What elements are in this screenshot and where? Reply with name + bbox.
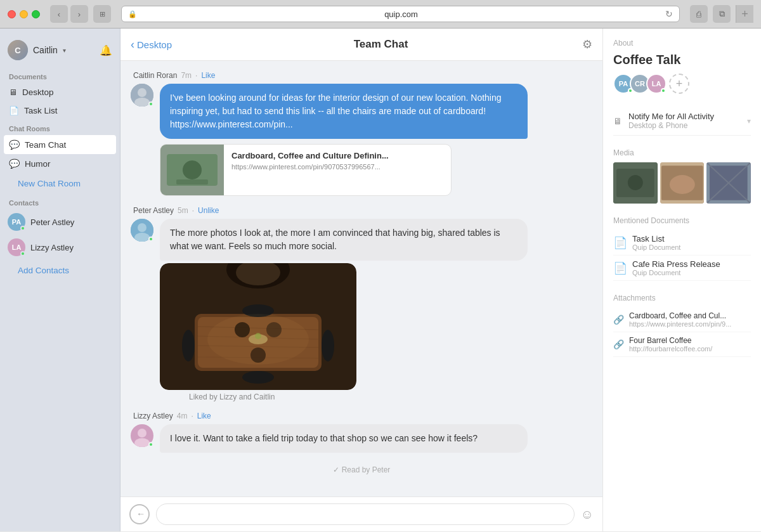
svg-point-5 xyxy=(183,160,202,179)
message-meta-1: Caitlin Roran 7m · Like xyxy=(131,71,592,80)
back-nav-button[interactable]: ‹ xyxy=(50,5,68,23)
close-button[interactable] xyxy=(8,10,16,18)
new-tab-button[interactable]: ⧉ xyxy=(713,5,731,23)
photo-bubble-peter xyxy=(160,263,356,390)
forward-nav-button[interactable]: › xyxy=(70,5,88,23)
link-preview-title-1: Cardboard, Coffee and Culture Definin... xyxy=(231,151,443,160)
chat-main: ‹ Desktop Team Chat ⚙ Caitlin Roran 7m ·… xyxy=(120,29,602,531)
message-input[interactable] xyxy=(156,503,575,525)
svg-point-37 xyxy=(670,175,695,194)
new-chat-room-link[interactable]: New Chat Room xyxy=(9,176,111,191)
message-group-3: Lizzy Astley 4m · Like xyxy=(131,412,592,453)
msg-avatar-lizzy xyxy=(131,424,153,447)
media-grid xyxy=(613,162,751,204)
caitlin-online-dot xyxy=(148,101,153,107)
sidebar-user[interactable]: C Caitlin ▾ 🔔 xyxy=(0,35,120,68)
reload-button[interactable]: ↻ xyxy=(665,9,673,19)
media-thumb-2[interactable] xyxy=(660,162,705,204)
doc-name-caferia: Cafe Ria Press Release xyxy=(632,259,720,269)
tasklist-icon: 📄 xyxy=(9,106,19,115)
like-action-3[interactable]: Like xyxy=(197,412,211,420)
about-label: About xyxy=(613,39,751,48)
lizzy-panel-online xyxy=(661,88,666,93)
notify-chevron-icon: ▾ xyxy=(747,117,751,126)
sidebar: C Caitlin ▾ 🔔 Documents 🖥 Desktop 📄 Task… xyxy=(0,29,120,531)
contact-peter[interactable]: PA Peter Astley xyxy=(0,209,120,235)
peter-online-indicator xyxy=(20,226,25,231)
svg-point-22 xyxy=(322,330,334,361)
notify-text: Notify Me for All Activity Desktop & Pho… xyxy=(628,112,741,130)
url-display: quip.com xyxy=(141,10,661,19)
svg-point-30 xyxy=(138,429,146,438)
lizzy-name: Lizzy Astley xyxy=(30,243,74,252)
sender-name-3: Lizzy Astley xyxy=(133,412,173,420)
doc-task-list[interactable]: 📄 Task List Quip Document xyxy=(613,230,751,256)
mentioned-docs-label: Mentioned Documents xyxy=(613,216,751,225)
desktop-icon: 🖥 xyxy=(9,88,17,97)
back-button[interactable]: ‹ Desktop xyxy=(131,38,172,51)
message-row-2: The more photos I look at, the more I am… xyxy=(131,219,592,401)
lizzy-online-indicator xyxy=(20,251,25,256)
settings-gear-icon[interactable]: ⚙ xyxy=(582,37,592,51)
minimize-button[interactable] xyxy=(20,10,28,18)
media-thumb-1[interactable] xyxy=(613,162,658,204)
link-preview-1[interactable]: Cardboard, Coffee and Culture Definin...… xyxy=(160,144,452,196)
back-label: Desktop xyxy=(137,39,172,50)
address-bar[interactable]: 🔒 quip.com ↻ xyxy=(121,6,680,22)
message-group-2: Peter Astley 5m · Unlike xyxy=(131,206,592,401)
bubble-2: The more photos I look at, the more I am… xyxy=(160,219,528,261)
link-icon-2: 🔗 xyxy=(613,339,624,349)
traffic-lights xyxy=(8,10,40,18)
sidebar-item-humor[interactable]: 💬 Humor xyxy=(0,154,120,173)
browser-titlebar: ‹ › ⊞ 🔒 quip.com ↻ ⎙ ⧉ + xyxy=(0,0,761,28)
add-tab-button[interactable]: + xyxy=(736,5,753,23)
msg-content-2: The more photos I look at, the more I am… xyxy=(160,219,592,401)
back-chevron-icon: ‹ xyxy=(131,38,134,51)
liked-by-text: Liked by Lizzy and Caitlin xyxy=(160,390,592,401)
share-button[interactable]: ⎙ xyxy=(690,5,708,23)
sender-name-2: Peter Astley xyxy=(133,206,174,215)
lock-icon: 🔒 xyxy=(128,10,137,18)
right-panel: About Coffee Talk PA CR LA + 🖥 Noti xyxy=(602,29,761,531)
sidebar-item-tasklist[interactable]: 📄 Task List xyxy=(0,101,120,120)
browser-nav: ‹ › xyxy=(50,5,88,23)
message-meta-3: Lizzy Astley 4m · Like xyxy=(131,412,592,420)
attachment-2[interactable]: 🔗 Four Barrel Coffee http://fourbarrelco… xyxy=(613,332,751,357)
message-group-1: Caitlin Roran 7m · Like xyxy=(131,71,592,196)
link-icon-1: 🔗 xyxy=(613,315,624,325)
reader-button[interactable]: ⊞ xyxy=(93,5,111,23)
chat-header: ‹ Desktop Team Chat ⚙ xyxy=(120,29,602,61)
link-preview-text-1: Cardboard, Coffee and Culture Definin...… xyxy=(224,145,451,195)
contacts-section-label: Contacts xyxy=(0,194,120,209)
notify-section: 🖥 Notify Me for All Activity Desktop & P… xyxy=(613,107,751,136)
emoji-icon[interactable]: ☺ xyxy=(581,507,594,522)
lizzy-avatar: LA xyxy=(8,238,25,256)
browser-chrome: ‹ › ⊞ 🔒 quip.com ↻ ⎙ ⧉ + xyxy=(0,0,761,29)
notifications-bell-icon[interactable]: 🔔 xyxy=(100,44,112,56)
attach-name-1: Cardboard, Coffee and Cul... xyxy=(629,311,731,320)
link-preview-url-1: https://www.pinterest.com/pin/9070537996… xyxy=(231,163,443,171)
media-thumb-3[interactable] xyxy=(706,162,751,204)
doc-type-caferia: Quip Document xyxy=(632,269,720,276)
doc-cafe-ria[interactable]: 📄 Cafe Ria Press Release Quip Document xyxy=(613,256,751,281)
contact-lizzy[interactable]: LA Lizzy Astley xyxy=(0,235,120,260)
sidebar-item-desktop[interactable]: 🖥 Desktop xyxy=(0,83,120,101)
bubble-1: I've been looking around for ideas for t… xyxy=(160,84,528,139)
add-member-button[interactable]: + xyxy=(669,74,689,94)
message-row-3: I love it. Want to take a field trip tod… xyxy=(131,424,592,453)
msg-content-1: I've been looking around for ideas for t… xyxy=(160,84,592,196)
unlike-action-2[interactable]: Unlike xyxy=(198,206,219,215)
notify-sub-text: Desktop & Phone xyxy=(628,121,741,130)
maximize-button[interactable] xyxy=(32,10,40,18)
sidebar-item-teamchat[interactable]: 💬 Team Chat xyxy=(4,135,116,154)
browser-actions: ⎙ ⧉ xyxy=(690,5,731,23)
like-action-1[interactable]: Like xyxy=(201,71,215,80)
add-contacts-link[interactable]: Add Contacts xyxy=(9,263,111,278)
username: Caitlin xyxy=(33,45,58,55)
monitor-icon: 🖥 xyxy=(613,116,622,126)
attachment-1[interactable]: 🔗 Cardboard, Coffee and Cul... https://w… xyxy=(613,308,751,332)
send-button[interactable]: ↑ xyxy=(129,504,150,524)
notify-row[interactable]: 🖥 Notify Me for All Activity Desktop & P… xyxy=(613,107,751,136)
sender-name-1: Caitlin Roran xyxy=(133,71,177,80)
peter-msg-online-dot xyxy=(148,237,153,242)
